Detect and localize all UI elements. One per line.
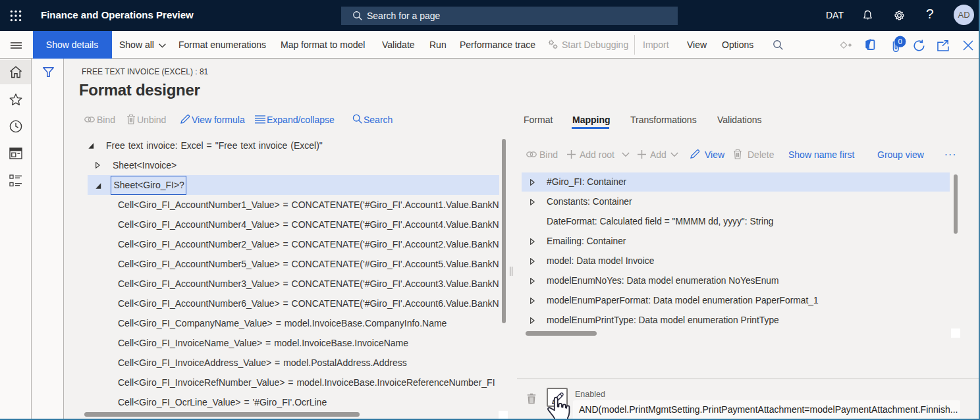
svg-text:0: 0 — [898, 38, 902, 45]
